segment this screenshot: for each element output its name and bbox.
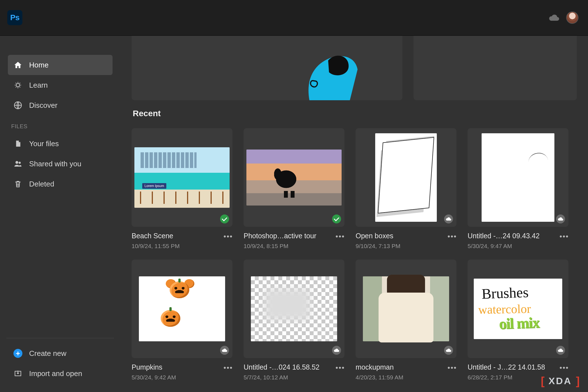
- hero-card-primary[interactable]: [132, 36, 402, 100]
- hero-illustration: [293, 39, 366, 100]
- recent-card[interactable]: mockupman 4/20/23, 11:59 AM •••: [356, 260, 456, 381]
- cloud-icon: [556, 214, 565, 223]
- more-options-button[interactable]: •••: [560, 365, 568, 370]
- create-new-label: Create new: [29, 349, 66, 358]
- more-options-button[interactable]: •••: [560, 234, 568, 239]
- card-date: 5/7/24, 10:12 AM: [244, 374, 332, 381]
- cloud-icon: [556, 346, 565, 355]
- recent-card[interactable]: Open boxes 9/10/24, 7:13 PM •••: [356, 128, 456, 249]
- account-avatar[interactable]: [566, 11, 578, 24]
- svg-point-0: [16, 83, 20, 87]
- more-options-button[interactable]: •••: [224, 234, 232, 239]
- more-options-button[interactable]: •••: [336, 365, 344, 370]
- card-title: Beach Scene: [132, 232, 220, 240]
- card-date: 10/9/24, 11:55 PM: [132, 243, 220, 249]
- recent-grid: Lorem Ipsum Beach Scene 10/9/24, 11:55 P…: [132, 128, 577, 381]
- sidebar-item-label: Learn: [29, 81, 48, 90]
- discover-icon: [13, 101, 22, 110]
- thumbnail[interactable]: [468, 128, 568, 227]
- card-title: Untitled -…24 09.43.42: [468, 232, 556, 240]
- recent-card[interactable]: Pumpkins 5/30/24, 9:42 AM •••: [132, 260, 232, 381]
- cloud-icon: [332, 346, 341, 355]
- card-date: 10/9/24, 8:15 PM: [244, 243, 332, 249]
- people-icon: [13, 159, 22, 168]
- card-date: 5/30/24, 9:42 AM: [132, 374, 220, 381]
- svg-point-3: [19, 162, 21, 164]
- sync-complete-icon: [332, 214, 341, 223]
- sidebar-item-your-files[interactable]: Your files: [8, 134, 113, 154]
- card-title: Photoshop…active tour: [244, 232, 332, 240]
- cloud-icon: [444, 214, 453, 223]
- sidebar-item-label: Shared with you: [29, 160, 81, 168]
- thumbnail[interactable]: [356, 260, 456, 358]
- trash-icon: [13, 179, 22, 188]
- thumbnail[interactable]: Brushes watercolor oil mix: [468, 260, 568, 358]
- sidebar-item-shared[interactable]: Shared with you: [8, 154, 113, 174]
- thumbnail[interactable]: [244, 260, 344, 358]
- hero-row: [132, 36, 577, 100]
- cloud-icon: [444, 346, 453, 355]
- sidebar-item-deleted[interactable]: Deleted: [8, 174, 113, 194]
- card-date: 4/20/23, 11:59 AM: [356, 374, 444, 381]
- app-logo[interactable]: Ps: [7, 10, 22, 25]
- files-section-label: FILES: [8, 115, 113, 134]
- sidebar-item-label: Home: [29, 61, 48, 69]
- titlebar: Ps: [0, 0, 588, 36]
- thumbnail[interactable]: Lorem Ipsum: [132, 128, 232, 227]
- sidebar-item-discover[interactable]: Discover: [8, 95, 113, 115]
- recent-card[interactable]: Untitled -…024 16.58.52 5/7/24, 10:12 AM…: [244, 260, 344, 381]
- thumbnail[interactable]: [356, 128, 456, 227]
- home-icon: [13, 60, 22, 69]
- sidebar-item-label: Your files: [29, 139, 59, 148]
- recent-card[interactable]: Lorem Ipsum Beach Scene 10/9/24, 11:55 P…: [132, 128, 232, 249]
- more-options-button[interactable]: •••: [224, 365, 232, 370]
- learn-icon: [13, 81, 22, 90]
- thumb-text: Lorem Ipsum: [142, 183, 166, 189]
- card-title: Untitled -…024 16.58.52: [244, 363, 332, 371]
- main-content: Recent Lorem Ipsum Beach Scene 10/9/24, …: [120, 36, 588, 392]
- hero-card-secondary[interactable]: [414, 36, 577, 100]
- card-date: 5/30/24, 9:47 AM: [468, 243, 556, 249]
- cloud-icon: [220, 346, 229, 355]
- sidebar-item-learn[interactable]: Learn: [8, 75, 113, 95]
- card-title: Open boxes: [356, 232, 444, 240]
- sidebar-item-home[interactable]: Home: [8, 55, 113, 75]
- create-new-button[interactable]: + Create new: [8, 343, 113, 363]
- sidebar: Home Learn Discover FILES Your file: [0, 36, 120, 392]
- thumb-text: Brushes: [481, 284, 529, 302]
- card-title: mockupman: [356, 363, 444, 371]
- plus-icon: +: [13, 349, 22, 358]
- cloud-sync-icon[interactable]: [548, 12, 560, 24]
- thumbnail[interactable]: [244, 128, 344, 227]
- more-options-button[interactable]: •••: [336, 234, 344, 239]
- card-title: Untitled - J…22 14.01.58: [468, 363, 556, 371]
- recent-card[interactable]: Untitled -…24 09.43.42 5/30/24, 9:47 AM …: [468, 128, 568, 249]
- import-icon: [13, 369, 22, 378]
- more-options-button[interactable]: •••: [448, 234, 456, 239]
- import-open-label: Import and open: [29, 369, 82, 378]
- sidebar-item-label: Discover: [29, 101, 57, 110]
- import-open-button[interactable]: Import and open: [8, 363, 113, 384]
- recent-card[interactable]: Brushes watercolor oil mix Untitled - J……: [468, 260, 568, 381]
- more-options-button[interactable]: •••: [448, 365, 456, 370]
- svg-point-2: [15, 161, 18, 164]
- recent-heading: Recent: [133, 109, 577, 118]
- card-date: 9/10/24, 7:13 PM: [356, 243, 444, 249]
- divider: [6, 338, 114, 338]
- sync-complete-icon: [220, 214, 229, 223]
- file-icon: [13, 139, 22, 148]
- card-title: Pumpkins: [132, 363, 220, 371]
- thumb-text: oil mix: [499, 314, 540, 333]
- sidebar-item-label: Deleted: [29, 180, 54, 188]
- watermark: [ XDA [: [541, 375, 580, 386]
- thumbnail[interactable]: [132, 260, 232, 358]
- watermark-text: XDA: [549, 375, 572, 386]
- recent-card[interactable]: Photoshop…active tour 10/9/24, 8:15 PM •…: [244, 128, 344, 249]
